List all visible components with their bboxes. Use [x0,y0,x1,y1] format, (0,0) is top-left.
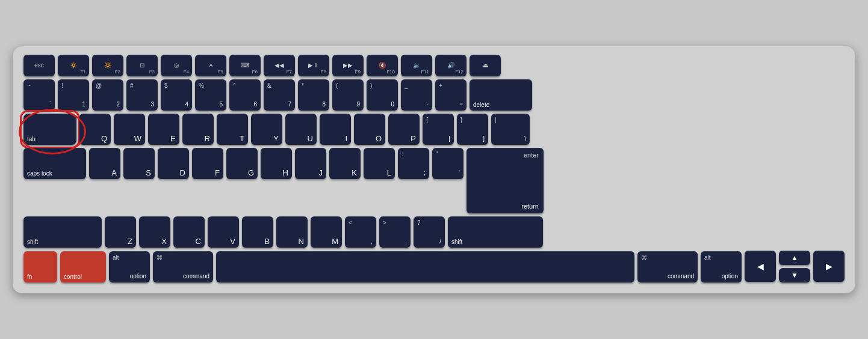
f6-key[interactable]: ⌨ F6 [229,55,261,76]
arrow-right-key[interactable]: ▶ [813,251,845,282]
arrow-left-key[interactable]: ◀ [745,251,776,282]
m-key[interactable]: M [311,216,342,248]
f3-key[interactable]: ⊡ F3 [126,55,158,76]
asdf-row: caps lock A S D F G H J K L : ; " ' ente… [23,148,845,213]
arrow-keys-group: ◀ ▲ ▼ ▶ [745,251,845,282]
y-key[interactable]: Y [251,114,282,145]
f2-key[interactable]: 🔆 F2 [92,55,123,76]
d-key[interactable]: D [158,148,189,179]
f-key[interactable]: F [192,148,223,179]
zxcv-row: shift Z X C V B N M < , > . ? / shift [23,216,845,248]
command-right-key[interactable]: ⌘ command [637,251,698,282]
eject-key[interactable]: ⏏ [470,55,501,76]
fn-row: esc 🔅 F1 🔆 F2 ⊡ F3 ◎ F4 ☀ F5 ⌨ F6 ◀◀ F7 [23,55,845,76]
delete-key[interactable]: delete [470,79,532,111]
7-key[interactable]: & 7 [264,79,295,111]
a-key[interactable]: A [89,148,120,179]
open-bracket-key[interactable]: { [ [423,114,454,145]
j-key[interactable]: J [295,148,326,179]
q-key[interactable]: Q [79,114,111,145]
w-key[interactable]: W [114,114,145,145]
option-right-key[interactable]: alt option [701,251,742,282]
f4-key[interactable]: ◎ F4 [161,55,192,76]
p-key[interactable]: P [388,114,420,145]
8-key[interactable]: * 8 [298,79,329,111]
quote-key[interactable]: " ' [432,148,463,179]
control-key[interactable]: control [60,251,106,282]
arrow-ud-group: ▲ ▼ [779,251,810,282]
i-key[interactable]: I [320,114,351,145]
shift-right-key[interactable]: shift [448,216,543,248]
6-key[interactable]: ^ 6 [229,79,261,111]
esc-key[interactable]: esc [23,55,55,76]
arrow-down-key[interactable]: ▼ [779,268,810,282]
t-key[interactable]: T [217,114,248,145]
h-key[interactable]: H [261,148,292,179]
minus-key[interactable]: _ - [401,79,432,111]
x-key[interactable]: X [139,216,170,248]
spacebar-key[interactable] [216,251,634,282]
enter-key[interactable]: enter return [467,148,544,213]
qwerty-row: tab Q W E R T Y U I O P { [ } ] | \ [23,114,845,145]
f8-key[interactable]: ▶⏸ F8 [298,55,329,76]
o-key[interactable]: O [354,114,385,145]
comma-key[interactable]: < , [345,216,376,248]
fn-key[interactable]: fn [23,251,57,282]
e-key[interactable]: E [148,114,179,145]
s-key[interactable]: S [123,148,155,179]
1-key[interactable]: ! 1 [58,79,89,111]
f5-key[interactable]: ☀ F5 [195,55,226,76]
r-key[interactable]: R [182,114,214,145]
k-key[interactable]: K [329,148,361,179]
9-key[interactable]: ( 9 [332,79,364,111]
command-left-key[interactable]: ⌘ command [153,251,213,282]
5-key[interactable]: % 5 [195,79,226,111]
esc-label: esc [34,62,44,69]
number-row: ~ ` ! 1 @ 2 # 3 $ 4 % 5 ^ 6 & 7 [23,79,845,111]
tilde-key[interactable]: ~ ` [23,79,55,111]
equals-key[interactable]: + = [435,79,467,111]
c-key[interactable]: C [173,216,205,248]
semicolon-key[interactable]: : ; [398,148,429,179]
n-key[interactable]: N [276,216,308,248]
keyboard: esc 🔅 F1 🔆 F2 ⊡ F3 ◎ F4 ☀ F5 ⌨ F6 ◀◀ F7 [13,46,855,293]
slash-key[interactable]: ? / [414,216,445,248]
4-key[interactable]: $ 4 [161,79,192,111]
f9-key[interactable]: ▶▶ F9 [332,55,364,76]
f10-key[interactable]: 🔇 F10 [367,55,398,76]
b-key[interactable]: B [242,216,273,248]
g-key[interactable]: G [226,148,258,179]
tab-key[interactable]: tab [23,114,76,145]
u-key[interactable]: U [285,114,317,145]
3-key[interactable]: # 3 [126,79,158,111]
f12-key[interactable]: 🔊 F12 [435,55,467,76]
arrow-up-key[interactable]: ▲ [779,251,810,265]
close-bracket-key[interactable]: } ] [457,114,488,145]
caps-lock-key[interactable]: caps lock [23,148,86,179]
shift-left-key[interactable]: shift [23,216,102,248]
l-key[interactable]: L [364,148,395,179]
option-left-key[interactable]: alt option [109,251,150,282]
z-key[interactable]: Z [105,216,136,248]
f11-key[interactable]: 🔉 F11 [401,55,432,76]
bottom-row: fn control alt option ⌘ command ⌘ comman… [23,251,845,282]
f7-key[interactable]: ◀◀ F7 [264,55,295,76]
v-key[interactable]: V [208,216,239,248]
2-key[interactable]: @ 2 [92,79,123,111]
f1-key[interactable]: 🔅 F1 [58,55,89,76]
0-key[interactable]: ) 0 [367,79,398,111]
period-key[interactable]: > . [379,216,411,248]
backslash-key[interactable]: | \ [491,114,530,145]
